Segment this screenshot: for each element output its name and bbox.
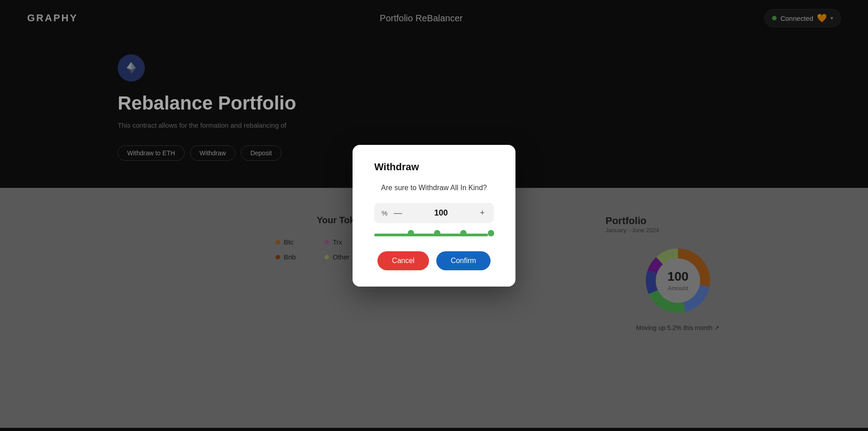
- modal-plus-button[interactable]: +: [478, 208, 486, 218]
- modal-minus-button[interactable]: —: [392, 208, 404, 218]
- confirm-button[interactable]: Confirm: [436, 251, 491, 270]
- slider-thumb-2[interactable]: [434, 230, 440, 236]
- withdraw-modal: Withdraw Are sure to Withdraw All In Kin…: [353, 145, 515, 287]
- modal-value: 100: [408, 208, 473, 218]
- modal-slider-container: [374, 231, 494, 239]
- slider-thumb-3[interactable]: [460, 230, 467, 236]
- cancel-button[interactable]: Cancel: [377, 251, 429, 270]
- modal-question: Are sure to Withdraw All In Kind?: [374, 184, 494, 192]
- slider-thumb-1[interactable]: [408, 230, 414, 236]
- modal-title: Withdraw: [374, 161, 494, 173]
- slider-fill: [374, 234, 488, 236]
- modal-percent-label: %: [382, 209, 387, 217]
- modal-buttons: Cancel Confirm: [374, 251, 494, 270]
- slider-thumb-4[interactable]: [488, 230, 494, 236]
- modal-overlay: Withdraw Are sure to Withdraw All In Kin…: [0, 0, 868, 431]
- modal-input-row: % — 100 +: [374, 203, 494, 223]
